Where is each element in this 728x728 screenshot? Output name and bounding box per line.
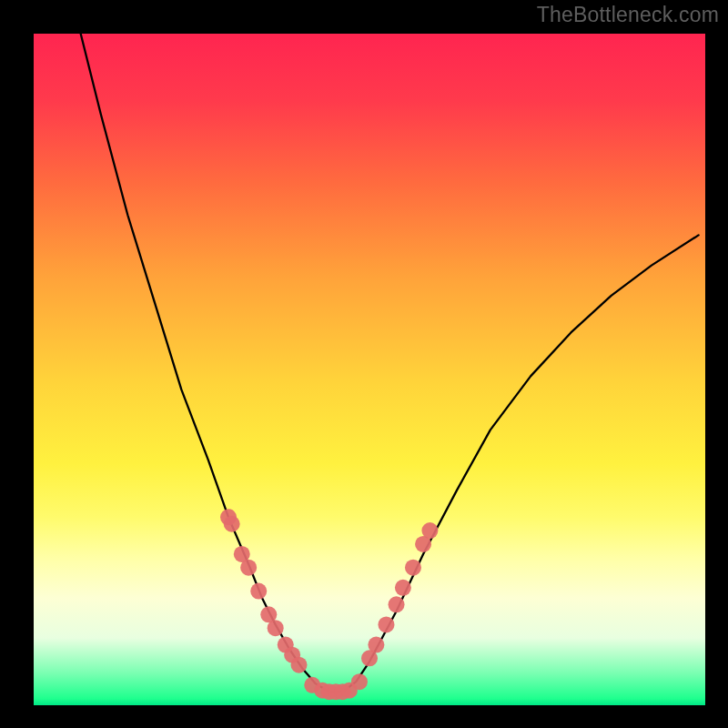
chart-svg xyxy=(34,34,705,705)
svg-point-18 xyxy=(368,637,384,653)
scatter-markers xyxy=(220,509,438,700)
outer-frame: TheBottleneck.com xyxy=(0,0,728,728)
svg-point-4 xyxy=(250,583,267,600)
svg-point-19 xyxy=(378,616,394,632)
watermark-text: TheBottleneck.com xyxy=(537,3,719,27)
svg-point-24 xyxy=(421,522,438,539)
svg-point-21 xyxy=(395,580,411,596)
svg-point-9 xyxy=(291,657,308,673)
svg-point-16 xyxy=(351,673,368,690)
plot-area xyxy=(34,34,705,705)
svg-point-22 xyxy=(405,560,421,576)
curve-path xyxy=(81,34,699,692)
svg-point-6 xyxy=(268,620,284,636)
svg-point-3 xyxy=(240,560,257,576)
svg-point-1 xyxy=(224,516,240,532)
svg-point-20 xyxy=(389,596,405,612)
